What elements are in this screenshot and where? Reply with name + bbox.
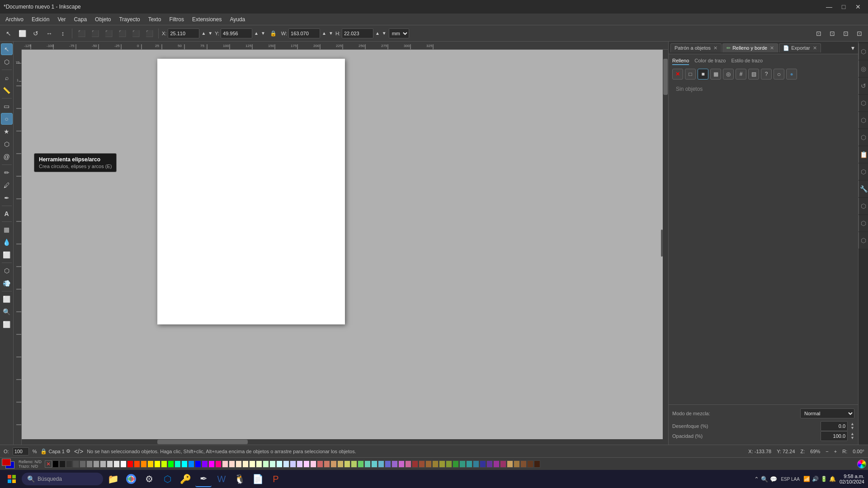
color-swatch[interactable]	[378, 460, 384, 468]
color-swatch[interactable]	[425, 460, 432, 468]
color-swatch[interactable]	[59, 460, 66, 468]
color-swatch[interactable]	[459, 460, 466, 468]
taskbar-settings-app[interactable]: ⚙	[141, 471, 157, 487]
taskbar-chrome-app[interactable]	[123, 471, 139, 487]
tab-patron-close[interactable]: ✕	[713, 45, 717, 51]
right-icon-4[interactable]: ⬡	[859, 95, 868, 111]
color-swatch[interactable]	[290, 460, 296, 468]
w-down[interactable]: ▼	[328, 31, 334, 36]
taskbar-gimp-app[interactable]: 🐧	[231, 471, 248, 487]
right-icon-5[interactable]: ⬡	[859, 112, 868, 128]
right-icon-9[interactable]: 🔧	[859, 181, 868, 197]
color-swatch[interactable]	[514, 460, 520, 468]
color-swatch[interactable]	[364, 460, 371, 468]
tool-selector[interactable]: ↖	[1, 43, 13, 55]
h-input[interactable]	[342, 28, 373, 38]
tool-eyedropper[interactable]: 💧	[1, 236, 13, 248]
document-canvas[interactable]	[157, 59, 345, 324]
color-swatch[interactable]	[154, 460, 160, 468]
y-input[interactable]	[221, 28, 252, 38]
color-swatch[interactable]	[134, 460, 140, 468]
w-up[interactable]: ▲	[321, 31, 327, 36]
color-swatch[interactable]	[527, 460, 533, 468]
color-swatch[interactable]	[52, 460, 59, 468]
tray-arrow[interactable]: ⌃	[754, 476, 759, 483]
scroll-thumb-horizontal[interactable]	[157, 440, 248, 444]
color-swatch[interactable]	[202, 460, 208, 468]
flip-v-btn[interactable]: ↕	[57, 28, 69, 39]
tool-star[interactable]: ★	[1, 126, 13, 137]
taskbar-vscode-app[interactable]: ⬡	[159, 471, 175, 487]
color-swatch[interactable]	[432, 460, 439, 468]
color-swatch[interactable]	[188, 460, 194, 468]
color-swatch[interactable]	[337, 460, 344, 468]
panel-resize-handle[interactable]	[661, 230, 663, 257]
fill-unset-btn[interactable]: ○	[774, 69, 784, 80]
right-icon-1[interactable]: ⬡	[859, 43, 868, 60]
right-icon-8[interactable]: ⬡	[859, 164, 868, 180]
w-input[interactable]	[288, 28, 320, 38]
opacity-down[interactable]: ▼	[850, 436, 854, 440]
color-swatch[interactable]	[256, 460, 262, 468]
align-right-btn[interactable]: ⬛	[103, 28, 114, 39]
tool-spray[interactable]: 💨	[1, 277, 13, 289]
snap-btn4[interactable]: ⊡	[854, 28, 865, 39]
color-swatch[interactable]	[446, 460, 452, 468]
color-swatch[interactable]	[161, 460, 167, 468]
lock-aspect-btn[interactable]: 🔒	[268, 28, 279, 39]
x-input[interactable]	[168, 28, 199, 38]
tray-msg-icon[interactable]: 💬	[770, 476, 777, 483]
color-swatch[interactable]	[486, 460, 493, 468]
menu-trayecto[interactable]: Trayecto	[115, 15, 143, 24]
color-swatch[interactable]	[215, 460, 222, 468]
scrollbar-horizontal[interactable]	[22, 439, 663, 445]
taskbar-kleopatra-app[interactable]: 🔑	[177, 471, 193, 487]
blur-input[interactable]	[821, 421, 848, 431]
fill-pattern-btn[interactable]: ▧	[748, 69, 759, 80]
color-swatch[interactable]	[147, 460, 154, 468]
fill-linear-btn[interactable]: ▦	[710, 69, 721, 80]
tool-zoom-canvas[interactable]: 🔍	[1, 306, 13, 318]
scroll-thumb-vertical[interactable]	[663, 59, 668, 95]
color-swatch[interactable]	[439, 460, 445, 468]
taskbar-powerpoint-app[interactable]: P	[268, 471, 284, 487]
fill-mesh-btn[interactable]: #	[736, 69, 746, 80]
color-swatch[interactable]	[283, 460, 289, 468]
color-swatch[interactable]	[473, 460, 479, 468]
color-swatch[interactable]	[276, 460, 283, 468]
right-icon-10[interactable]: ⬡	[859, 198, 868, 214]
menu-archivo[interactable]: Archivo	[2, 15, 27, 24]
align-left-btn[interactable]: ⬛	[75, 28, 87, 39]
color-swatch[interactable]	[412, 460, 418, 468]
align-mid-btn[interactable]: ⬛	[130, 28, 142, 39]
color-swatch[interactable]	[324, 460, 330, 468]
tool-paintbucket[interactable]: ⬜	[1, 249, 13, 261]
right-icon-6[interactable]: ⬡	[859, 129, 868, 145]
fill-swatch-btn[interactable]: ?	[761, 69, 772, 80]
menu-extensiones[interactable]: Extensiones	[189, 15, 225, 24]
color-wheel-btn[interactable]	[857, 460, 866, 469]
x-up[interactable]: ▲	[201, 31, 206, 36]
fill-none-btn[interactable]: □	[685, 69, 696, 80]
color-swatch[interactable]	[351, 460, 357, 468]
color-swatch[interactable]	[534, 460, 540, 468]
color-swatch[interactable]	[249, 460, 255, 468]
tool-3dbox[interactable]: ⬡	[1, 138, 13, 150]
zoom-out-btn[interactable]: −	[826, 449, 828, 454]
right-icon-11[interactable]: ⬡	[859, 215, 868, 231]
color-swatch[interactable]	[93, 460, 99, 468]
tool-connector[interactable]: ⬜	[1, 293, 13, 305]
color-swatch[interactable]	[500, 460, 506, 468]
color-swatch[interactable]	[303, 460, 310, 468]
snap-btn3[interactable]: ⊡	[840, 28, 852, 39]
tool-spiral[interactable]: @	[1, 151, 13, 163]
tab-exportar-close[interactable]: ✕	[813, 45, 817, 51]
fill-radial-btn[interactable]: ◎	[723, 69, 734, 80]
color-swatch[interactable]	[263, 460, 269, 468]
color-swatch[interactable]	[317, 460, 323, 468]
opacity-status-input[interactable]	[13, 447, 29, 455]
minimize-button[interactable]: —	[823, 2, 835, 11]
tab-exportar[interactable]: 📄 Exportar ✕	[779, 43, 821, 52]
color-swatch[interactable]	[80, 460, 86, 468]
tool-node[interactable]: ⬡	[1, 56, 13, 68]
